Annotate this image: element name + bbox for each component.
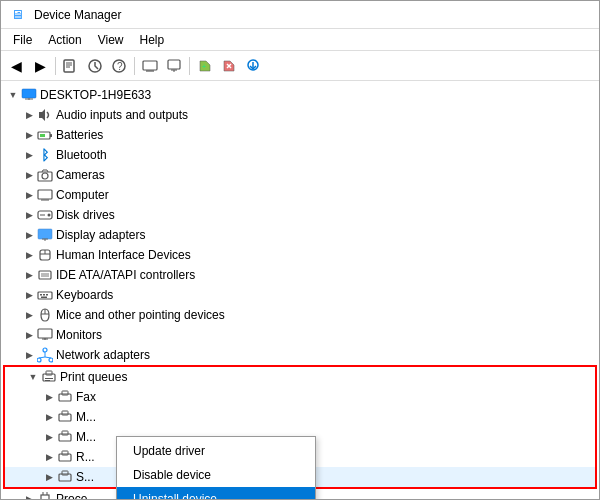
ctx-disable-device[interactable]: Disable device bbox=[117, 463, 315, 487]
tree-mice[interactable]: ▶ Mice and other pointing devices bbox=[1, 305, 599, 325]
diskdrives-label: Disk drives bbox=[56, 208, 115, 222]
expand-m1[interactable]: ▶ bbox=[41, 409, 57, 425]
tree-root[interactable]: ▼ DESKTOP-1H9E633 bbox=[1, 85, 599, 105]
printqueues-label: Print queues bbox=[60, 370, 127, 384]
tree-m1[interactable]: ▶ M... bbox=[5, 407, 595, 427]
expand-r1[interactable]: ▶ bbox=[41, 449, 57, 465]
expand-hid[interactable]: ▶ bbox=[21, 247, 37, 263]
download-button[interactable] bbox=[242, 55, 264, 77]
svg-rect-43 bbox=[46, 294, 48, 296]
expand-root[interactable]: ▼ bbox=[5, 87, 21, 103]
svg-rect-58 bbox=[45, 378, 53, 379]
ctx-uninstall-device[interactable]: Uninstall device bbox=[117, 487, 315, 499]
m1-label: M... bbox=[76, 410, 96, 424]
svg-point-29 bbox=[48, 214, 51, 217]
menu-view[interactable]: View bbox=[90, 31, 132, 49]
expand-display[interactable]: ▶ bbox=[21, 227, 37, 243]
processors-icon bbox=[37, 491, 53, 499]
properties-button[interactable] bbox=[60, 55, 82, 77]
svg-rect-37 bbox=[39, 271, 51, 279]
processors-label: Proce... bbox=[56, 492, 97, 499]
svg-rect-7 bbox=[143, 61, 157, 70]
bluetooth-icon: ᛒ bbox=[37, 147, 53, 163]
svg-line-55 bbox=[45, 357, 51, 358]
expand-batteries[interactable]: ▶ bbox=[21, 127, 37, 143]
s1-label: S... bbox=[76, 470, 94, 484]
device-icon-2[interactable] bbox=[163, 55, 185, 77]
scan-button[interactable]: + bbox=[194, 55, 216, 77]
expand-network[interactable]: ▶ bbox=[21, 347, 37, 363]
expand-bluetooth[interactable]: ▶ bbox=[21, 147, 37, 163]
tree-diskdrives[interactable]: ▶ Disk drives bbox=[1, 205, 599, 225]
network-label: Network adapters bbox=[56, 348, 150, 362]
cameras-label: Cameras bbox=[56, 168, 105, 182]
tree-audio[interactable]: ▶ Audio inputs and outputs bbox=[1, 105, 599, 125]
computer-icon bbox=[21, 87, 37, 103]
mice-label: Mice and other pointing devices bbox=[56, 308, 225, 322]
remove-button[interactable] bbox=[218, 55, 240, 77]
toolbar: ◀ ▶ ? + bbox=[1, 51, 599, 81]
m2-icon bbox=[57, 429, 73, 445]
ctx-update-driver[interactable]: Update driver bbox=[117, 439, 315, 463]
expand-diskdrives[interactable]: ▶ bbox=[21, 207, 37, 223]
network-icon bbox=[37, 347, 53, 363]
monitors-icon bbox=[37, 327, 53, 343]
expand-ideata[interactable]: ▶ bbox=[21, 267, 37, 283]
tree-display[interactable]: ▶ Display adapters bbox=[1, 225, 599, 245]
tree-batteries[interactable]: ▶ Batteries bbox=[1, 125, 599, 145]
menu-help[interactable]: Help bbox=[132, 31, 173, 49]
tree-bluetooth[interactable]: ▶ ᛒ Bluetooth bbox=[1, 145, 599, 165]
window-title: Device Manager bbox=[34, 8, 121, 22]
cameras-icon bbox=[37, 167, 53, 183]
monitors-label: Monitors bbox=[56, 328, 102, 342]
display-label: Display adapters bbox=[56, 228, 145, 242]
svg-rect-26 bbox=[38, 190, 52, 199]
svg-rect-21 bbox=[50, 134, 52, 137]
help-button[interactable]: ? bbox=[108, 55, 130, 77]
mice-icon bbox=[37, 307, 53, 323]
tree-printqueues[interactable]: ▼ Print queues bbox=[5, 367, 595, 387]
keyboards-label: Keyboards bbox=[56, 288, 113, 302]
s1-icon bbox=[57, 469, 73, 485]
expand-keyboards[interactable]: ▶ bbox=[21, 287, 37, 303]
forward-button[interactable]: ▶ bbox=[29, 55, 51, 77]
svg-text:ᛒ: ᛒ bbox=[41, 147, 49, 163]
back-button[interactable]: ◀ bbox=[5, 55, 27, 77]
toolbar-sep-3 bbox=[189, 57, 190, 75]
audio-icon bbox=[37, 107, 53, 123]
svg-rect-0 bbox=[64, 60, 74, 72]
m1-icon bbox=[57, 409, 73, 425]
menu-action[interactable]: Action bbox=[40, 31, 89, 49]
display-icon bbox=[37, 227, 53, 243]
tree-hid[interactable]: ▶ Human Interface Devices bbox=[1, 245, 599, 265]
expand-printqueues[interactable]: ▼ bbox=[25, 369, 41, 385]
tree-content: ▼ DESKTOP-1H9E633 ▶ Audio inputs and out… bbox=[1, 81, 599, 499]
printqueues-icon bbox=[41, 369, 57, 385]
svg-rect-41 bbox=[40, 294, 42, 296]
tree-computer[interactable]: ▶ Computer bbox=[1, 185, 599, 205]
tree-ideata[interactable]: ▶ IDE ATA/ATAPI controllers bbox=[1, 265, 599, 285]
ideata-icon bbox=[37, 267, 53, 283]
fax-label: Fax bbox=[76, 390, 96, 404]
tree-monitors[interactable]: ▶ Monitors bbox=[1, 325, 599, 345]
expand-audio[interactable]: ▶ bbox=[21, 107, 37, 123]
expand-fax[interactable]: ▶ bbox=[41, 389, 57, 405]
expand-s1[interactable]: ▶ bbox=[41, 469, 57, 485]
device-icon-1[interactable] bbox=[139, 55, 161, 77]
expand-monitors[interactable]: ▶ bbox=[21, 327, 37, 343]
expand-processors[interactable]: ▶ bbox=[21, 491, 37, 499]
expand-mice[interactable]: ▶ bbox=[21, 307, 37, 323]
batteries-label: Batteries bbox=[56, 128, 103, 142]
menu-file[interactable]: File bbox=[5, 31, 40, 49]
computer-label: Computer bbox=[56, 188, 109, 202]
title-bar: 🖥 Device Manager bbox=[1, 1, 599, 29]
update-button[interactable] bbox=[84, 55, 106, 77]
computer-device-icon bbox=[37, 187, 53, 203]
expand-computer[interactable]: ▶ bbox=[21, 187, 37, 203]
tree-cameras[interactable]: ▶ Cameras bbox=[1, 165, 599, 185]
expand-m2[interactable]: ▶ bbox=[41, 429, 57, 445]
tree-fax[interactable]: ▶ Fax bbox=[5, 387, 595, 407]
tree-keyboards[interactable]: ▶ Keyboards bbox=[1, 285, 599, 305]
tree-network[interactable]: ▶ Network adapters bbox=[1, 345, 599, 365]
expand-cameras[interactable]: ▶ bbox=[21, 167, 37, 183]
